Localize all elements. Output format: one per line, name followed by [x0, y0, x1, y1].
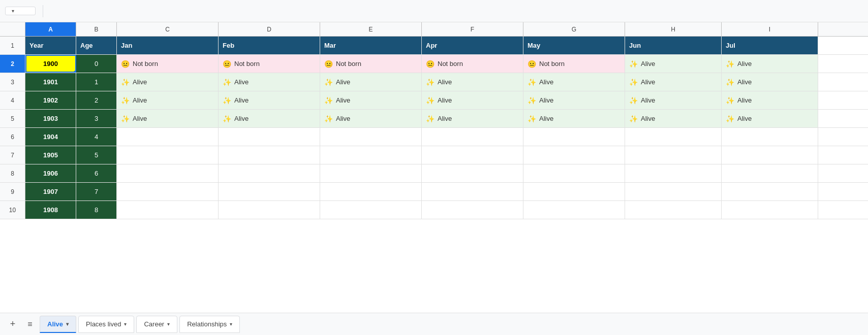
cell-6-age[interactable]: 4 — [76, 128, 117, 146]
row-num-5[interactable]: 5 — [0, 110, 25, 127]
cell-2-mar[interactable]: 😐Not born — [320, 55, 422, 73]
cell-4-jan[interactable]: ✨Alive — [117, 91, 219, 109]
cell-4-age[interactable]: 2 — [76, 91, 117, 109]
cell-6-year[interactable]: 1904 — [25, 128, 76, 146]
row-num-2[interactable]: 2 — [0, 55, 25, 73]
cell-a1[interactable]: Year — [25, 37, 76, 54]
cell-10-feb[interactable] — [219, 201, 320, 219]
row-num-7[interactable]: 7 — [0, 146, 25, 164]
cell-2-apr[interactable]: 😐Not born — [422, 55, 523, 73]
cell-reference-box[interactable]: ▾ — [5, 7, 36, 15]
cell-9-jul[interactable] — [722, 183, 818, 200]
col-header-a[interactable]: A — [25, 22, 76, 36]
cell-6-mar[interactable] — [320, 128, 422, 146]
cell-5-year[interactable]: 1903 — [25, 110, 76, 127]
cell-5-jan[interactable]: ✨Alive — [117, 110, 219, 127]
cell-8-jul[interactable] — [722, 164, 818, 182]
cell-9-feb[interactable] — [219, 183, 320, 200]
cell-2-age[interactable]: 0 — [76, 55, 117, 73]
cell-f1[interactable]: Apr — [422, 37, 523, 54]
tab-places-lived[interactable]: Places lived ▾ — [78, 316, 134, 333]
row-num-3[interactable]: 3 — [0, 73, 25, 91]
col-header-h[interactable]: H — [625, 22, 722, 36]
cell-9-apr[interactable] — [422, 183, 523, 200]
cell-5-age[interactable]: 3 — [76, 110, 117, 127]
cell-9-age[interactable]: 7 — [76, 183, 117, 200]
cell-4-may[interactable]: ✨Alive — [523, 91, 625, 109]
add-sheet-button[interactable]: + — [5, 317, 20, 332]
col-header-e[interactable]: E — [320, 22, 422, 36]
cell-3-jun[interactable]: ✨Alive — [625, 73, 722, 91]
cell-d1[interactable]: Feb — [219, 37, 320, 54]
cell-2-jun[interactable]: ✨Alive — [625, 55, 722, 73]
cell-4-jun[interactable]: ✨Alive — [625, 91, 722, 109]
cell-4-mar[interactable]: ✨Alive — [320, 91, 422, 109]
cell-2-jul[interactable]: ✨Alive — [722, 55, 818, 73]
cell-8-age[interactable]: 6 — [76, 164, 117, 182]
cell-6-jul[interactable] — [722, 128, 818, 146]
cell-e1[interactable]: Mar — [320, 37, 422, 54]
cell-2-may[interactable]: 😐Not born — [523, 55, 625, 73]
cell-4-feb[interactable]: ✨Alive — [219, 91, 320, 109]
cell-7-may[interactable] — [523, 146, 625, 164]
tab-alive[interactable]: Alive ▾ — [40, 316, 76, 333]
cell-7-year[interactable]: 1905 — [25, 146, 76, 164]
row-num-4[interactable]: 4 — [0, 91, 25, 109]
cell-6-apr[interactable] — [422, 128, 523, 146]
col-header-d[interactable]: D — [219, 22, 320, 36]
cell-6-jan[interactable] — [117, 128, 219, 146]
cell-6-feb[interactable] — [219, 128, 320, 146]
cell-10-jun[interactable] — [625, 201, 722, 219]
cell-9-may[interactable] — [523, 183, 625, 200]
cell-5-may[interactable]: ✨Alive — [523, 110, 625, 127]
cell-5-mar[interactable]: ✨Alive — [320, 110, 422, 127]
cell-7-jul[interactable] — [722, 146, 818, 164]
cell-7-apr[interactable] — [422, 146, 523, 164]
cell-5-jun[interactable]: ✨Alive — [625, 110, 722, 127]
cell-9-year[interactable]: 1907 — [25, 183, 76, 200]
cell-5-jul[interactable]: ✨Alive — [722, 110, 818, 127]
cell-4-year[interactable]: 1902 — [25, 91, 76, 109]
row-num-8[interactable]: 8 — [0, 164, 25, 182]
cell-5-apr[interactable]: ✨Alive — [422, 110, 523, 127]
cell-3-age[interactable]: 1 — [76, 73, 117, 91]
cell-10-may[interactable] — [523, 201, 625, 219]
cell-8-jun[interactable] — [625, 164, 722, 182]
cell-8-year[interactable]: 1906 — [25, 164, 76, 182]
cell-3-jul[interactable]: ✨Alive — [722, 73, 818, 91]
col-header-c[interactable]: C — [117, 22, 219, 36]
sheet-menu-button[interactable]: ≡ — [22, 317, 38, 332]
cell-9-jun[interactable] — [625, 183, 722, 200]
cell-3-may[interactable]: ✨Alive — [523, 73, 625, 91]
cell-3-apr[interactable]: ✨Alive — [422, 73, 523, 91]
cell-7-age[interactable]: 5 — [76, 146, 117, 164]
cell-g1[interactable]: May — [523, 37, 625, 54]
cell-4-jul[interactable]: ✨Alive — [722, 91, 818, 109]
cell-2-year[interactable]: 1900 — [25, 55, 76, 73]
cell-6-jun[interactable] — [625, 128, 722, 146]
cell-7-jun[interactable] — [625, 146, 722, 164]
tab-relationships[interactable]: Relationships ▾ — [179, 316, 240, 333]
cell-2-feb[interactable]: 😐Not born — [219, 55, 320, 73]
cell-i1[interactable]: Jul — [722, 37, 818, 54]
cell-7-mar[interactable] — [320, 146, 422, 164]
cell-3-year[interactable]: 1901 — [25, 73, 76, 91]
cell-10-year[interactable]: 1908 — [25, 201, 76, 219]
cell-7-feb[interactable] — [219, 146, 320, 164]
cell-8-feb[interactable] — [219, 164, 320, 182]
cell-8-jan[interactable] — [117, 164, 219, 182]
cell-8-may[interactable] — [523, 164, 625, 182]
cell-3-jan[interactable]: ✨Alive — [117, 73, 219, 91]
cell-h1[interactable]: Jun — [625, 37, 722, 54]
row-num-6[interactable]: 6 — [0, 128, 25, 146]
row-num-1[interactable]: 1 — [0, 37, 25, 54]
cell-10-jul[interactable] — [722, 201, 818, 219]
cell-4-apr[interactable]: ✨Alive — [422, 91, 523, 109]
cell-10-age[interactable]: 8 — [76, 201, 117, 219]
cell-10-jan[interactable] — [117, 201, 219, 219]
cell-9-mar[interactable] — [320, 183, 422, 200]
col-header-g[interactable]: G — [523, 22, 625, 36]
cell-9-jan[interactable] — [117, 183, 219, 200]
cell-10-apr[interactable] — [422, 201, 523, 219]
cell-3-mar[interactable]: ✨Alive — [320, 73, 422, 91]
